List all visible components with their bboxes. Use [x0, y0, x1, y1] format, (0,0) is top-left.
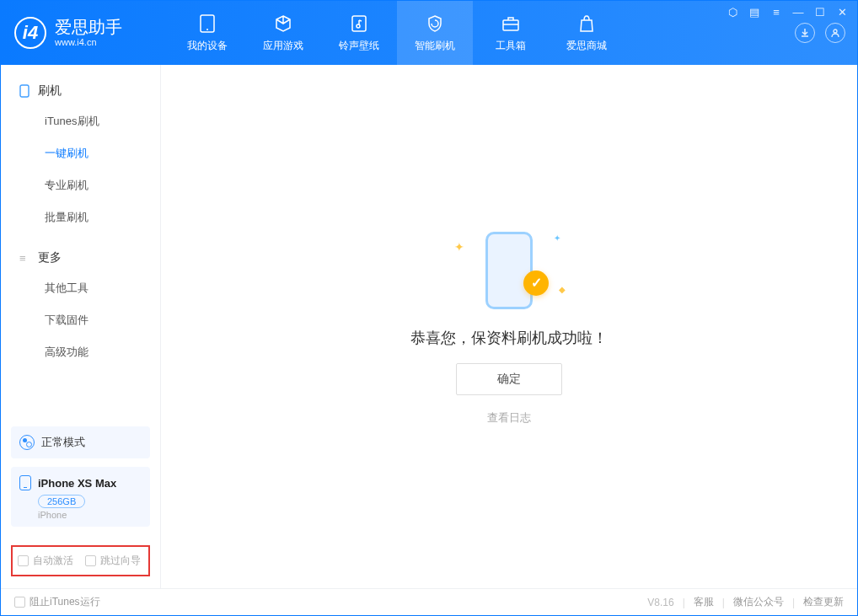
nav-label: 爱思商城 [566, 39, 607, 53]
device-type: iPhone [38, 510, 142, 520]
device-capacity: 256GB [38, 495, 85, 508]
nav-smart-flash[interactable]: 智能刷机 [397, 1, 473, 65]
svg-point-5 [834, 29, 837, 33]
svg-rect-6 [20, 85, 29, 97]
device-icon [197, 13, 217, 34]
checkbox-label: 阻止iTunes运行 [29, 595, 100, 609]
sparkle-icon: ✦ [454, 240, 464, 254]
menu-icon[interactable]: ≡ [770, 6, 783, 19]
nav-label: 我的设备 [187, 39, 228, 53]
checkbox-block-itunes[interactable]: 阻止iTunes运行 [14, 595, 100, 609]
svg-point-1 [206, 29, 208, 30]
success-message: 恭喜您，保资料刷机成功啦！ [410, 328, 608, 348]
sidebar-group-flash: 刷机 [1, 77, 160, 105]
sidebar-options-highlighted: 自动激活 跳过向导 [11, 545, 150, 576]
sidebar-item-oneclick-flash[interactable]: 一键刷机 [1, 137, 160, 169]
shirt-icon[interactable]: ⬡ [726, 6, 739, 19]
cube-icon [273, 13, 293, 34]
main-content: ✦ ✦ ◆ ✓ 恭喜您，保资料刷机成功啦！ 确定 查看日志 [161, 65, 857, 588]
close-button[interactable]: ✕ [835, 6, 849, 19]
sidebar-item-batch-flash[interactable]: 批量刷机 [1, 201, 160, 233]
svg-rect-4 [503, 20, 518, 30]
phone-outline-icon [485, 232, 533, 309]
app-header: ⬡ ▤ ≡ ― ☐ ✕ i4 爱思助手 www.i4.cn 我的设备 应用游戏 … [1, 1, 857, 65]
nav-apps-games[interactable]: 应用游戏 [245, 1, 321, 65]
mode-icon [19, 435, 35, 450]
sidebar-item-itunes-flash[interactable]: iTunes刷机 [1, 105, 160, 137]
nav-ringtones-wallpapers[interactable]: 铃声壁纸 [321, 1, 397, 65]
checkbox-icon [18, 555, 29, 566]
nav-toolbox[interactable]: 工具箱 [473, 1, 549, 65]
svg-point-3 [357, 24, 360, 28]
toolbox-icon [501, 13, 521, 34]
body: 刷机 iTunes刷机 一键刷机 专业刷机 批量刷机 ≡ 更多 其他工具 下载固… [1, 65, 857, 588]
sidebar-item-other-tools[interactable]: 其他工具 [1, 272, 160, 304]
window-controls: ⬡ ▤ ≡ ― ☐ ✕ [726, 6, 849, 19]
logo-area: i4 爱思助手 www.i4.cn [1, 17, 169, 49]
group-title: 刷机 [38, 83, 62, 99]
nav-my-device[interactable]: 我的设备 [169, 1, 245, 65]
device-mode-card[interactable]: 正常模式 [11, 426, 150, 458]
checkbox-label: 自动激活 [33, 554, 73, 568]
nav-label: 工具箱 [496, 39, 526, 53]
checkbox-skip-guide[interactable]: 跳过向导 [85, 554, 141, 568]
device-card[interactable]: iPhone XS Max 256GB iPhone [11, 467, 150, 527]
sidebar-item-download-firmware[interactable]: 下载固件 [1, 304, 160, 336]
footer-link-update[interactable]: 检查更新 [803, 595, 844, 609]
user-icon[interactable] [825, 23, 845, 43]
list-icon: ≡ [19, 252, 31, 265]
sidebar: 刷机 iTunes刷机 一键刷机 专业刷机 批量刷机 ≡ 更多 其他工具 下载固… [1, 65, 161, 588]
sidebar-item-pro-flash[interactable]: 专业刷机 [1, 169, 160, 201]
device-phone-icon [19, 475, 31, 490]
footer-link-wechat[interactable]: 微信公众号 [733, 595, 784, 609]
checkbox-auto-activate[interactable]: 自动激活 [18, 554, 73, 568]
nav-label: 铃声壁纸 [339, 39, 379, 53]
success-illustration: ✦ ✦ ◆ ✓ [454, 228, 564, 313]
music-file-icon [349, 13, 369, 34]
nav-label: 应用游戏 [263, 39, 303, 53]
app-site: www.i4.cn [55, 37, 122, 48]
sparkle-icon: ◆ [559, 285, 566, 294]
sidebar-item-advanced[interactable]: 高级功能 [1, 336, 160, 368]
footer: 阻止iTunes运行 V8.16 | 客服 | 微信公众号 | 检查更新 [1, 588, 857, 615]
device-name: iPhone XS Max [38, 477, 116, 490]
header-right [795, 23, 845, 43]
group-title: 更多 [38, 250, 62, 265]
nav-store[interactable]: 爱思商城 [549, 1, 625, 65]
checkbox-icon [85, 555, 96, 566]
sparkle-icon: ✦ [554, 233, 560, 243]
footer-link-support[interactable]: 客服 [694, 595, 714, 609]
ok-button[interactable]: 确定 [456, 363, 562, 395]
maximize-button[interactable]: ☐ [813, 6, 827, 19]
version-label: V8.16 [647, 597, 673, 608]
mode-label: 正常模式 [41, 435, 85, 450]
checkbox-label: 跳过向导 [100, 554, 141, 568]
logo-icon: i4 [14, 17, 46, 49]
minimize-button[interactable]: ― [791, 6, 805, 19]
download-icon[interactable] [795, 23, 815, 43]
nav-label: 智能刷机 [415, 39, 455, 53]
checkbox-icon [14, 597, 25, 608]
bag-icon [576, 13, 597, 34]
check-badge-icon: ✓ [523, 271, 549, 296]
list-icon[interactable]: ▤ [748, 6, 761, 19]
app-name: 爱思助手 [55, 17, 122, 37]
top-nav: 我的设备 应用游戏 铃声壁纸 智能刷机 工具箱 爱思商城 [169, 1, 625, 65]
shield-icon [425, 13, 445, 34]
phone-icon [19, 84, 31, 98]
view-log-link[interactable]: 查看日志 [487, 410, 531, 426]
sidebar-group-more: ≡ 更多 [1, 244, 160, 272]
